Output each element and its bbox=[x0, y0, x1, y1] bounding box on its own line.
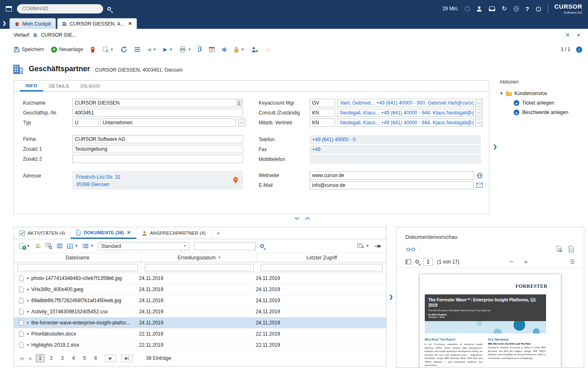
consult-field[interactable]: Nesbigall, Klaus, , +49 (641) 40000 - 94… bbox=[338, 109, 474, 117]
mobiltelefon-field[interactable] bbox=[310, 155, 481, 163]
zusatz1-field[interactable]: Testumgebung bbox=[72, 145, 243, 153]
table-view-button[interactable]: ▼ bbox=[67, 244, 78, 249]
dropdown-caret-icon[interactable]: ▼ bbox=[75, 244, 78, 248]
table-row[interactable]: ▼ photo-1477414348463-c0eb7f1359b6.jpg 2… bbox=[14, 273, 386, 284]
documents-search-input[interactable] bbox=[194, 242, 256, 250]
page-button-2[interactable]: 2 bbox=[47, 354, 56, 362]
tab-dokumente[interactable]: DOKUMENTE (38) ✕ bbox=[71, 227, 136, 239]
vertrieb-lookup-button[interactable]: ... bbox=[475, 119, 483, 127]
sidebar-toggle-icon[interactable] bbox=[405, 259, 411, 264]
add-document-button[interactable]: + ▼ bbox=[19, 243, 30, 249]
kurzname-field[interactable]: CURSOR GIESSEN bbox=[72, 99, 243, 107]
first-page-button[interactable]: |◀ bbox=[20, 356, 23, 361]
page-button-4[interactable]: 4 bbox=[69, 354, 78, 362]
page-button-3[interactable]: 3 bbox=[58, 354, 67, 362]
collapse-up-icon[interactable] bbox=[305, 217, 310, 220]
expand-preview-chevron-icon[interactable]: ❯ bbox=[389, 294, 393, 300]
open-document-icon[interactable] bbox=[569, 246, 574, 252]
help-icon[interactable]: ? bbox=[525, 5, 529, 12]
typ-lookup-button[interactable]: ... bbox=[238, 119, 245, 127]
adresse-field[interactable]: Friedrich-List-Str. 31 35398 Giessen bbox=[72, 171, 243, 189]
row-menu-caret-icon[interactable]: ▼ bbox=[25, 343, 31, 347]
page-number-input[interactable] bbox=[423, 258, 433, 266]
transfer-arrows-icon[interactable] bbox=[35, 243, 41, 249]
dropdown-caret-icon[interactable]: ▼ bbox=[366, 244, 369, 248]
tab-close-icon[interactable]: ✕ bbox=[128, 21, 132, 26]
previous-page-button[interactable]: ◀ bbox=[28, 356, 31, 361]
nr-field[interactable]: 4003451 bbox=[72, 109, 243, 117]
page-button-1[interactable]: 1 bbox=[36, 354, 44, 362]
tab-mein-cockpit[interactable]: Mein Cockpit bbox=[9, 18, 56, 29]
reading-mode-glasses-icon[interactable] bbox=[406, 247, 415, 252]
globe-icon[interactable] bbox=[477, 173, 483, 179]
consult-code-field[interactable]: KN bbox=[310, 109, 335, 117]
new-record-button[interactable]: + Neuanlage bbox=[51, 47, 83, 53]
vertrieb-field[interactable]: Nesbigall, Klaus, , +49 (641) 40000 - 94… bbox=[338, 119, 474, 127]
dropdown-caret-icon[interactable]: ▼ bbox=[90, 244, 94, 248]
tree-expand-caret-icon[interactable]: ▼ bbox=[500, 91, 503, 96]
row-menu-caret-icon[interactable]: ▼ bbox=[25, 288, 31, 291]
row-menu-caret-icon[interactable]: ▼ bbox=[25, 277, 31, 280]
keyaccount-code-field[interactable]: GV bbox=[310, 99, 335, 107]
favorite-star-button[interactable]: ☆ bbox=[265, 46, 271, 54]
row-menu-caret-icon[interactable]: ▼ bbox=[25, 299, 31, 303]
verlauf-close-icon[interactable]: ✕ bbox=[565, 32, 570, 38]
firma-field[interactable]: CURSOR Software AG bbox=[72, 135, 243, 143]
add-contact-button[interactable] bbox=[251, 47, 258, 53]
keyaccount-lookup-button[interactable]: ... bbox=[475, 99, 483, 107]
list-menu-button[interactable] bbox=[134, 47, 140, 52]
copy-record-button[interactable]: ↻ ▼ bbox=[102, 47, 113, 53]
save-button[interactable]: Speichern bbox=[14, 47, 44, 53]
refresh-button[interactable] bbox=[120, 46, 127, 53]
last-page-button[interactable]: ▶| bbox=[121, 354, 133, 362]
dropdown-caret-icon[interactable]: ▼ bbox=[153, 48, 156, 51]
adresse-line1[interactable]: Friedrich-List-Str. 31 bbox=[76, 174, 120, 180]
redo-icon[interactable]: ↻ bbox=[502, 5, 507, 12]
verlauf-item[interactable]: CURSOR GIE... bbox=[41, 32, 76, 38]
export-button[interactable]: ▼ bbox=[357, 243, 369, 249]
calendar-button[interactable] bbox=[209, 47, 215, 52]
collapse-down-icon[interactable] bbox=[294, 217, 299, 220]
next-record-button[interactable]: ▶ ▼ bbox=[163, 47, 172, 52]
previous-record-button[interactable]: ◀ ▼ bbox=[147, 47, 156, 52]
tab-ansprechpartner[interactable]: ANSPRECHPARTNER (4) bbox=[137, 227, 211, 239]
print-button[interactable]: ▼ bbox=[179, 47, 191, 52]
documents-search-icon[interactable] bbox=[260, 244, 264, 248]
aktionen-folder-kundenservice[interactable]: ▼ Kundenservice bbox=[500, 91, 586, 96]
tab-close-icon[interactable]: ✕ bbox=[127, 230, 131, 235]
add-tab-button[interactable]: + bbox=[211, 227, 225, 239]
info-icon[interactable]: i bbox=[576, 47, 582, 53]
email-field[interactable]: info@cursor.de bbox=[310, 181, 474, 189]
tab-cursor-giessen[interactable]: CURSOR GIESSEN, 4... ✕ bbox=[57, 18, 137, 29]
verlauf-dropdown-icon[interactable]: ▼ bbox=[576, 33, 581, 37]
zoom-document-icon[interactable] bbox=[556, 246, 562, 252]
dropdown-caret-icon[interactable]: ▼ bbox=[241, 48, 244, 51]
column-header-erstellungsdatum[interactable]: Erstellungsdatum▼ bbox=[141, 253, 257, 262]
keyaccount-field[interactable]: Varli, Gebrivel, , +49 (641) 40000 - 900… bbox=[338, 99, 474, 107]
user-icon[interactable] bbox=[476, 6, 482, 12]
zoom-out-button[interactable]: − bbox=[509, 258, 513, 266]
filter-dateiname-input[interactable] bbox=[17, 264, 138, 271]
table-row[interactable]: ▼ Activity_157463098152405452.csv 24.11.… bbox=[14, 306, 386, 317]
table-row[interactable]: ▼ Prioritätsstufen.docx 22.11.2019 22.11… bbox=[14, 329, 386, 340]
telefon-field[interactable]: +49 (641) 40000 - 0 bbox=[310, 135, 481, 144]
inbox-icon[interactable] bbox=[488, 6, 495, 12]
network-icon[interactable] bbox=[513, 6, 519, 12]
expand-sidebar-chevron-icon[interactable]: ❯ bbox=[2, 21, 6, 26]
list-menu-icon[interactable] bbox=[57, 244, 63, 248]
column-header-letzter-zugriff[interactable]: Letzter Zugriff bbox=[257, 253, 386, 262]
adresse-line2[interactable]: 35398 Giessen bbox=[76, 182, 109, 187]
map-marker-icon[interactable] bbox=[233, 177, 238, 184]
table-row[interactable]: ▼ Highlights 2019.2.xlsx 22.11.2019 22.1… bbox=[14, 340, 386, 351]
list-view-button[interactable]: ▼ bbox=[83, 244, 94, 248]
table-row[interactable]: ▼ 69a8bb6fc7f57282458f7b1af1450eeb.jpg 2… bbox=[14, 295, 386, 306]
field-picker-icon[interactable] bbox=[236, 100, 242, 106]
power-icon[interactable] bbox=[535, 6, 542, 12]
email-icon[interactable] bbox=[476, 183, 483, 188]
page-button-6[interactable]: 6 bbox=[91, 354, 100, 362]
preview-menu-icon[interactable]: ☰ bbox=[570, 259, 575, 265]
dropdown-caret-icon[interactable]: ▼ bbox=[169, 48, 172, 51]
page-button-5[interactable]: 5 bbox=[80, 354, 89, 362]
typ-code-field[interactable]: U bbox=[72, 119, 99, 127]
row-menu-caret-icon[interactable]: ▼ bbox=[25, 332, 31, 336]
